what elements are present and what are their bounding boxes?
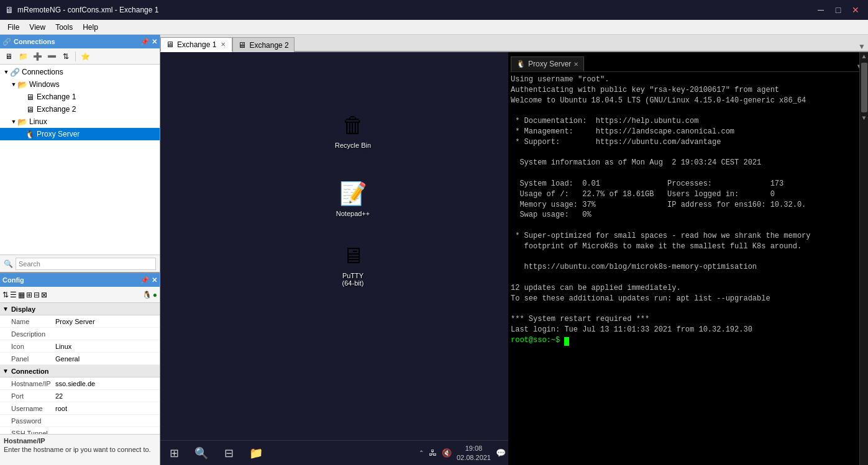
title-bar: 🖥 mRemoteNG - confCons.xml - Exchange 1 … — [0, 0, 868, 20]
right-area: 🖥 Exchange 1 ✕ 🖥 Exchange 2 ▼ 🗑 Recycle … — [160, 35, 868, 465]
tree-group-windows[interactable]: ▼ 📂 Windows — [0, 78, 160, 91]
config-username-row: Username root — [0, 402, 160, 415]
config-view1-btn[interactable]: ▦ — [18, 291, 25, 299]
title-left: 🖥 mRemoteNG - confCons.xml - Exchange 1 — [5, 5, 158, 15]
tab-dropdown-arrow[interactable]: ▼ — [856, 42, 868, 51]
config-pin-icon[interactable]: 📌 — [140, 276, 149, 284]
config-view3-btn[interactable]: ⊟ — [34, 291, 40, 299]
sort-button[interactable]: ⇅ — [60, 50, 72, 63]
config-sort-btn[interactable]: ⇅ — [2, 291, 9, 299]
main-layout: 🔗 Connections 📌 ✕ 🖥 📁 ➕ ➖ ⇅ ⭐ — [0, 35, 868, 465]
config-panel-row: Panel General — [0, 353, 160, 365]
config-description-row: Description — [0, 328, 160, 340]
linux-folder-icon: 📂 — [17, 117, 27, 127]
connections-panel: 🔗 Connections 📌 ✕ 🖥 📁 ➕ ➖ ⇅ ⭐ — [0, 35, 160, 273]
maximize-button[interactable]: □ — [831, 2, 846, 17]
tab-exchange2-label: Exchange 2 — [249, 41, 288, 50]
menu-help[interactable]: Help — [78, 20, 103, 34]
config-view2-btn[interactable]: ⊞ — [26, 291, 32, 299]
toolbar-separator — [75, 52, 76, 61]
config-view4-btn[interactable]: ⊠ — [41, 291, 47, 299]
scroll-up-arrow[interactable]: ▲ — [861, 52, 867, 61]
add-button[interactable]: ➕ — [31, 50, 43, 63]
minimize-button[interactable]: ─ — [813, 2, 828, 17]
notification-icon[interactable]: 💬 — [496, 448, 506, 458]
menu-tools[interactable]: Tools — [50, 20, 78, 34]
tab-exchange2-icon: 🖥 — [238, 40, 246, 50]
ssh-tab-close[interactable]: ✕ — [573, 61, 578, 68]
config-password-key: Password — [0, 417, 53, 425]
tab-exchange1-close[interactable]: ✕ — [219, 40, 227, 48]
favorite-button[interactable]: ⭐ — [79, 50, 91, 63]
config-port-val[interactable]: 22 — [53, 392, 160, 400]
task-view-button[interactable]: ⊟ — [217, 442, 240, 464]
tab-exchange2[interactable]: 🖥 Exchange 2 — [232, 37, 294, 52]
notepad-icon: 📝 — [338, 179, 368, 209]
ssh-terminal-content[interactable]: Using username "root". Authenticating wi… — [511, 74, 866, 463]
exchange1-icon: 🖥 — [25, 92, 35, 102]
system-tray-chevron[interactable]: ⌃ — [419, 449, 424, 456]
search-icon: 🔍 — [4, 260, 13, 268]
pin-icon[interactable]: 📌 — [140, 38, 149, 46]
ssh-tab-proxy[interactable]: 🐧 Proxy Server ✕ — [511, 56, 584, 71]
windows-expander[interactable]: ▼ — [10, 81, 17, 88]
connections-panel-title: Connections — [14, 38, 55, 45]
new-folder-button[interactable]: 📁 — [17, 50, 29, 63]
config-sshtunnel-row: SSH Tunnel — [0, 427, 160, 434]
menu-view[interactable]: View — [24, 20, 50, 34]
tab-exchange1[interactable]: 🖥 Exchange 1 ✕ — [160, 37, 232, 52]
config-port-row: Port 22 — [0, 390, 160, 402]
tree-item-exchange1[interactable]: 🖥 Exchange 1 — [0, 91, 160, 103]
linux-expander[interactable]: ▼ — [10, 119, 17, 125]
new-connection-button[interactable]: 🖥 — [2, 50, 15, 63]
desktop-pane: 🗑 Recycle Bin 📝 Notepad++ 🖥 PuTTY(64-bit… — [160, 52, 508, 465]
window-title: mRemoteNG - confCons.xml - Exchange 1 — [17, 6, 158, 14]
tree-item-proxy-server[interactable]: 🐧 Proxy Server — [0, 128, 160, 140]
remove-button[interactable]: ➖ — [45, 50, 58, 63]
config-icon-key: Icon — [0, 343, 53, 350]
config-name-val[interactable]: Proxy Server — [53, 318, 160, 325]
search-input[interactable] — [16, 258, 156, 270]
linux-group-label: Linux — [29, 117, 47, 126]
ssh-scrollbar[interactable]: ▲ ▼ — [859, 52, 868, 465]
close-button[interactable]: ✕ — [848, 2, 863, 17]
config-icon-row: Icon Linux — [0, 340, 160, 353]
tree-item-exchange2[interactable]: 🖥 Exchange 2 — [0, 103, 160, 115]
tree-root[interactable]: ▼ 🔗 Connections — [0, 66, 160, 78]
config-username-val[interactable]: root — [53, 405, 160, 412]
config-password-row: Password — [0, 415, 160, 427]
config-close-icon[interactable]: ✕ — [152, 276, 157, 284]
putty-icon: 🖥 — [338, 241, 368, 271]
desktop-icon-recycle[interactable]: 🗑 Recycle Bin — [328, 108, 378, 151]
network-icon[interactable]: 🖧 — [429, 448, 437, 458]
windows-taskbar: ⊞ 🔍 ⊟ 📁 ⌃ 🖧 🔇 19:08 02.08.2021 💬 — [160, 440, 508, 465]
connection-section-header[interactable]: ▼ Connection — [0, 365, 160, 377]
menu-file[interactable]: File — [2, 20, 24, 34]
config-icon-val[interactable]: Linux — [53, 343, 160, 350]
ssh-tab-icon: 🐧 — [516, 60, 526, 68]
start-button[interactable]: ⊞ — [163, 442, 185, 464]
scroll-down-arrow[interactable]: ▼ — [861, 114, 867, 123]
exchange2-icon: 🖥 — [25, 104, 35, 114]
scroll-thumb[interactable] — [861, 63, 867, 112]
desktop-icon-putty[interactable]: 🖥 PuTTY(64-bit) — [328, 238, 378, 289]
config-content: ▼ Display Name Proxy Server Description … — [0, 303, 160, 434]
file-explorer-button[interactable]: 📁 — [245, 442, 267, 464]
notepad-label: Notepad++ — [336, 210, 370, 217]
config-green-btn[interactable]: ● — [153, 291, 157, 299]
config-status-desc: Enter the hostname or ip you want to con… — [4, 446, 156, 453]
config-panel-val[interactable]: General — [53, 355, 160, 363]
desktop-icon-notepad[interactable]: 📝 Notepad++ — [328, 176, 378, 220]
config-categorize-btn[interactable]: ☰ — [10, 291, 17, 299]
close-panel-icon[interactable]: ✕ — [152, 38, 157, 46]
config-hostname-val[interactable]: sso.siedle.de — [53, 380, 160, 387]
proxy-icon: 🐧 — [25, 129, 35, 139]
taskbar-clock[interactable]: 19:08 02.08.2021 — [457, 444, 491, 462]
linux-icon-btn[interactable]: 🐧 — [142, 291, 152, 299]
search-button[interactable]: 🔍 — [190, 442, 212, 464]
root-expander[interactable]: ▼ — [2, 69, 10, 75]
sound-icon[interactable]: 🔇 — [442, 448, 452, 458]
tree-group-linux[interactable]: ▼ 📂 Linux — [0, 115, 160, 128]
display-section-header[interactable]: ▼ Display — [0, 303, 160, 315]
window-controls: ─ □ ✕ — [813, 2, 863, 17]
